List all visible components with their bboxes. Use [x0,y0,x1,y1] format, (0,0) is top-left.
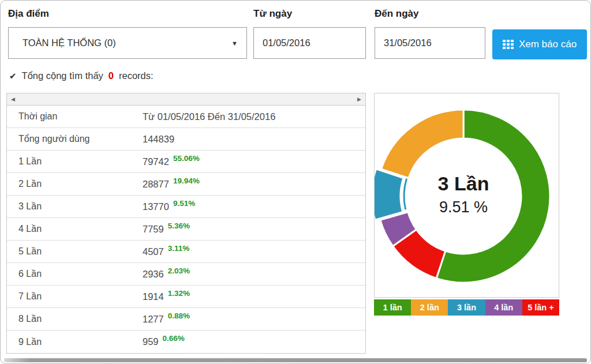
row-value: 13770 [143,201,169,212]
chevron-down-icon: ▼ [231,40,238,47]
location-field: Địa điểm TOÀN HỆ THỐNG (0) ▼ [8,8,247,59]
to-date-input[interactable] [375,27,485,59]
row-label: 6 Lần [18,269,143,279]
row-label: 5 Lần [18,246,143,257]
to-date-label: Đến ngày [375,8,485,20]
table-row: 6 Lần 2936 2.03% [7,263,365,286]
table-horizontal-scrollbar[interactable]: ◀ ▶ [7,93,365,106]
row-value: 2936 [143,269,164,280]
table-row: 4 Lần 7759 5.36% [7,218,365,241]
row-label: 9 Lần [18,337,143,347]
row-value: Từ 01/05/2016 Đến 31/05/2016 [143,111,275,122]
row-label: 2 Lần [18,179,143,189]
records-summary-prefix: Tổng cộng tìm thấy [22,70,103,81]
row-percent: 55.06% [173,154,200,163]
row-value: 144839 [143,134,174,145]
chart-legend: 1 lần2 lần3 lần4 lần5 lần + [374,299,559,316]
to-date-field: Đến ngày [375,8,485,59]
row-percent: 0.88% [168,312,190,320]
location-label: Địa điểm [8,8,247,20]
row-value: 79742 [143,156,169,167]
row-percent: 2.03% [168,267,190,275]
row-value: 959 [143,336,159,347]
row-value: 1277 [143,314,164,325]
table-row: 2 Lần 28877 19.94% [7,173,365,196]
row-percent: 9.51% [173,199,195,208]
legend-item-2[interactable]: 2 lần [411,299,448,316]
row-value: 4507 [143,246,164,257]
row-value: 1914 [143,291,164,302]
page-horizontal-scrollbar[interactable] [4,358,587,362]
scroll-right-arrow-icon[interactable]: ▶ [357,96,361,102]
from-date-label: Từ ngày [253,8,366,20]
row-value: 28877 [143,179,169,190]
legend-item-1[interactable]: 1 lần [374,299,411,316]
table-row: 7 Lần 1914 1.32% [7,286,365,308]
view-report-button[interactable]: Xem báo cáo [492,29,587,59]
row-percent: 3.11% [168,244,190,253]
donut-slice-2[interactable] [381,110,463,178]
row-percent: 1.32% [168,289,190,298]
donut-center-label: 3 Lần [438,172,489,194]
table-row: 9 Lần 959 0.66% [7,331,365,353]
table-row: 1 Lần 79742 55.06% [7,151,365,173]
row-percent: 19.94% [173,177,200,185]
scroll-left-arrow-icon[interactable]: ◀ [11,96,15,102]
donut-chart: 3 Lần 9.51 % [375,93,559,297]
report-page: Địa điểm TOÀN HỆ THỐNG (0) ▼ Từ ngày Đến… [0,0,591,364]
row-label: Thời gian [18,111,143,122]
records-summary-suffix: records: [119,70,154,81]
row-label: 3 Lần [18,201,143,212]
records-summary: ✔ Tổng cộng tìm thấy 0 records: [9,70,154,81]
row-label: Tổng người dùng [18,134,143,144]
location-select[interactable]: TOÀN HỆ THỐNG (0) ▼ [8,27,247,59]
legend-item-4[interactable]: 4 lần [485,299,522,316]
table-row: Thời gian Từ 01/05/2016 Đến 31/05/2016 [7,106,365,128]
donut-chart-panel: 3 Lần 9.51 % [374,93,559,298]
from-date-input[interactable] [253,27,366,59]
selected-slice-ring [404,179,407,210]
row-label: 7 Lần [18,291,143,302]
legend-item-5[interactable]: 5 lần + [522,299,559,316]
checkmark-icon: ✔ [9,71,17,81]
row-label: 8 Lần [18,314,143,324]
table-row: 3 Lần 13770 9.51% [7,196,365,218]
report-table: ◀ ▶ Thời gian Từ 01/05/2016 Đến 31/05/20… [6,93,366,354]
legend-item-3[interactable]: 3 lần [448,299,485,316]
row-value: 7759 [143,224,164,235]
table-row: 5 Lần 4507 3.11% [7,241,365,263]
table-grid-icon [503,40,514,49]
donut-center-value: 9.51 % [439,198,488,216]
row-percent: 5.36% [168,222,190,230]
row-label: 1 Lần [18,156,143,167]
location-select-value: TOÀN HỆ THỐNG (0) [23,37,116,48]
records-count: 0 [109,70,114,81]
table-row: Tổng người dùng 144839 [7,128,365,151]
table-body: Thời gian Từ 01/05/2016 Đến 31/05/2016 T… [7,106,365,353]
table-row: 8 Lần 1277 0.88% [7,308,365,331]
row-label: 4 Lần [18,224,143,234]
from-date-field: Từ ngày [253,8,366,59]
row-percent: 0.66% [163,334,185,343]
view-report-button-label: Xem báo cáo [519,39,577,50]
donut-slice-3[interactable] [375,169,403,220]
